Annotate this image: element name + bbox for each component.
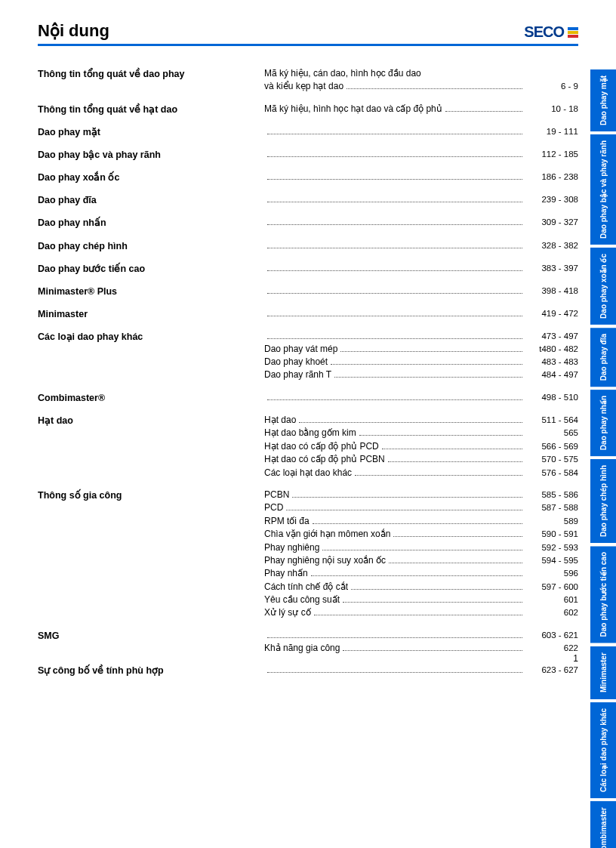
page-range: 601 (525, 594, 578, 606)
page-range: 112 - 185 (525, 148, 578, 161)
section-details: 19 - 111 (264, 125, 578, 138)
toc-entry-text: Hạt dao bằng gốm kim (264, 427, 356, 439)
toc-entry-text: Mã ký hiệu, hình học hạt dao và cấp độ p… (264, 103, 442, 116)
leader-dots (267, 179, 522, 180)
leader-dots (292, 497, 522, 498)
leader-dots (299, 422, 522, 423)
section-label: Sự công bố về tính phù hợp (38, 664, 264, 677)
toc-entry-text: Yêu cầu công suất (264, 594, 340, 606)
toc-section: Sự công bố về tính phù hợp623 - 627 (38, 664, 578, 677)
toc-entry-text: Cách tính chế độ cắt (264, 581, 348, 594)
leader-dots (267, 672, 522, 673)
leader-dots (314, 615, 522, 615)
section-label: Combimaster® (38, 391, 264, 405)
page-range: 565 (525, 427, 578, 439)
side-tab[interactable]: Các loại dao phay khác (590, 702, 616, 798)
leader-dots (343, 650, 522, 651)
section-details: 239 - 308 (264, 193, 578, 206)
page-range: t480 - 482 (525, 343, 578, 356)
toc-line: 19 - 111 (264, 125, 578, 138)
logo-stripes-icon (568, 27, 578, 38)
leader-dots (311, 575, 522, 576)
leader-dots (351, 589, 522, 590)
section-details: Mã ký hiệu, cán dao, hình học đầu daovà … (264, 67, 578, 94)
leader-dots (334, 377, 522, 378)
section-label: Dao phay bậc và phay rãnh (38, 148, 264, 162)
leader-dots (359, 435, 522, 436)
toc-line: PCBN585 - 586 (264, 489, 578, 501)
section-details: 383 - 397 (264, 262, 578, 275)
page-header: Nội dung SECO (38, 21, 578, 46)
toc-entry-text: Dao phay rãnh T (264, 368, 331, 381)
toc-line: Phay nhấn596 (264, 567, 578, 580)
section-label: Thông tin tổng quát về hạt dao (38, 103, 264, 116)
page-range: 10 - 18 (525, 103, 578, 116)
page-range: 419 - 472 (525, 307, 578, 320)
toc-line: Dao phay rãnh T484 - 497 (264, 368, 578, 381)
toc-section: Thông tin tổng quát về dao phayMã ký hiệ… (38, 67, 578, 94)
side-tab[interactable]: Dao phay bậc và phay rãnh (590, 134, 616, 245)
toc-section: Dao phay đĩa239 - 308 (38, 193, 578, 207)
page-title: Nội dung (38, 21, 109, 41)
toc-entry-text: Hạt dao có cấp độ phủ PCD (264, 440, 379, 453)
toc-line: Các loại hạt dao khác576 - 584 (264, 467, 578, 480)
toc-entry-text: Hạt dao (264, 414, 296, 427)
side-tab[interactable]: Dao phay chép hình (590, 459, 616, 543)
toc-entry-text: RPM tối đa (264, 515, 310, 528)
section-details: 112 - 185 (264, 148, 578, 161)
toc-line: 186 - 238 (264, 171, 578, 183)
leader-dots (322, 550, 522, 550)
toc-section: Dao phay nhấn309 - 327 (38, 216, 578, 230)
toc-entry-text: Mã ký hiệu, cán dao, hình học đầu dao (264, 67, 421, 80)
toc-entry-text: Phay nghiêng (264, 541, 319, 554)
side-tab[interactable]: Dao phay mặt (590, 69, 616, 131)
page-range: 6 - 9 (525, 80, 578, 93)
side-tab[interactable]: Dao phay đĩa (590, 328, 616, 387)
toc-section: Combimaster®498 - 510 (38, 391, 578, 405)
toc-line: Mã ký hiệu, cán dao, hình học đầu dao (264, 67, 578, 80)
page-range: 589 (525, 515, 578, 528)
section-label: Hạt dao (38, 414, 264, 427)
page-range: 473 - 497 (525, 330, 578, 343)
side-tab-strip: Dao phay mặtDao phay bậc và phay rãnhDao… (590, 69, 616, 848)
toc-section: Minimaster419 - 472 (38, 307, 578, 321)
side-tab[interactable]: Minimaster (590, 646, 616, 699)
section-details: 186 - 238 (264, 171, 578, 183)
toc-line: Khả năng gia công622 (264, 642, 578, 655)
section-label: Dao phay đĩa (38, 193, 264, 207)
page-range: 596 (525, 567, 578, 580)
section-label: Thông số gia công (38, 489, 264, 502)
section-details: 309 - 327 (264, 216, 578, 229)
toc-line: Dao phay vát mépt480 - 482 (264, 343, 578, 356)
leader-dots (267, 637, 522, 638)
page-range: 622 (525, 642, 578, 655)
side-tab[interactable]: Combimaster (590, 801, 616, 848)
page-range: 498 - 510 (525, 391, 578, 404)
section-label: Minimaster (38, 307, 264, 321)
section-details: 603 - 621Khả năng gia công622 (264, 629, 578, 655)
side-tab[interactable]: Dao phay bước tiến cao (590, 546, 616, 643)
page-range: 398 - 418 (525, 285, 578, 298)
toc-line: Mã ký hiệu, hình học hạt dao và cấp độ p… (264, 103, 578, 116)
toc-line: 623 - 627 (264, 664, 578, 677)
toc-section: Dao phay bậc và phay rãnh112 - 185 (38, 148, 578, 162)
section-details: 398 - 418 (264, 285, 578, 298)
toc-section: Dao phay bước tiến cao383 - 397 (38, 262, 578, 276)
toc-section: Minimaster® Plus398 - 418 (38, 285, 578, 298)
page-range: 597 - 600 (525, 581, 578, 594)
leader-dots (267, 224, 522, 225)
section-details: Hạt dao511 - 564Hạt dao bằng gốm kim565H… (264, 414, 578, 480)
section-details: 328 - 382 (264, 239, 578, 252)
side-tab[interactable]: Dao phay xoắn ốc (590, 248, 616, 325)
page-range: 576 - 584 (525, 467, 578, 480)
toc-entry-text: và kiểu kẹp hạt dao (264, 80, 343, 93)
toc-section: SMG603 - 621Khả năng gia công622 (38, 629, 578, 655)
page-range: 186 - 238 (525, 171, 578, 183)
toc-line: 383 - 397 (264, 262, 578, 275)
toc-line: Hạt dao511 - 564 (264, 414, 578, 427)
leader-dots (286, 510, 522, 510)
logo-text: SECO (524, 23, 564, 41)
toc-section: Thông tin tổng quát về hạt daoMã ký hiệu… (38, 103, 578, 116)
toc-entry-text: Hạt dao có cấp độ phủ PCBN (264, 453, 385, 466)
side-tab[interactable]: Dao phay nhấn (590, 390, 616, 456)
